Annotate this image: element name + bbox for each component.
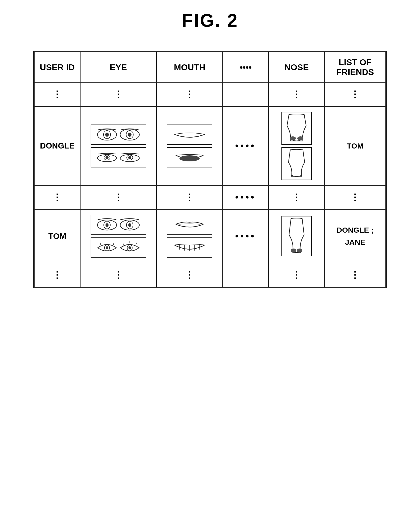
nose-images-dongle bbox=[271, 112, 322, 180]
col-header-friends: LIST OF FRIENDS bbox=[325, 52, 386, 82]
nose-box-tom-1 bbox=[281, 216, 312, 256]
mouth-images-tom bbox=[159, 215, 220, 258]
cell-userid-dots3: ⋮ bbox=[34, 263, 80, 287]
nose-box-1 bbox=[281, 112, 312, 145]
table-row: ⋮ ⋮ ⋮ ⋮ ⋮ bbox=[34, 82, 386, 107]
col-header-dots-mid: •••• bbox=[223, 52, 269, 82]
eye-svg-tom-2 bbox=[93, 239, 144, 256]
mouth-svg-1 bbox=[169, 126, 210, 143]
cell-mouth-dongle bbox=[156, 107, 223, 185]
table-row: TOM bbox=[34, 209, 386, 263]
svg-point-2 bbox=[105, 133, 109, 137]
svg-point-11 bbox=[128, 156, 131, 159]
svg-line-30 bbox=[136, 243, 137, 245]
svg-line-25 bbox=[100, 243, 101, 245]
svg-point-13 bbox=[290, 136, 296, 140]
cell-nose-tom bbox=[269, 209, 325, 263]
cell-mouth-dots1: ⋮ bbox=[156, 82, 223, 107]
mouth-box-tom-1 bbox=[167, 215, 212, 235]
cell-nose-dots3: ⋮ bbox=[269, 263, 325, 287]
eye-svg-1 bbox=[93, 126, 144, 143]
figure-title: FIG. 2 bbox=[182, 10, 238, 31]
cell-friends-tom: DONGLE ;JANE bbox=[325, 209, 386, 263]
eye-box-2 bbox=[91, 147, 146, 167]
svg-point-8 bbox=[106, 156, 109, 159]
col-header-mouth: MOUTH bbox=[156, 52, 223, 82]
table-row: ⋮ ⋮ ⋮ •••• ⋮ ⋮ bbox=[34, 185, 386, 210]
svg-point-12 bbox=[179, 155, 200, 161]
eye-svg-tom-1 bbox=[93, 216, 144, 234]
svg-point-5 bbox=[128, 133, 132, 137]
cell-userid-dongle: DONGLE bbox=[34, 107, 80, 185]
mouth-box-1 bbox=[167, 125, 212, 145]
cell-mid-dongle: •••• bbox=[223, 107, 269, 185]
eye-svg-2 bbox=[93, 149, 144, 166]
mouth-images-dongle bbox=[159, 125, 220, 167]
eye-images-tom bbox=[83, 215, 154, 258]
eye-images-dongle bbox=[83, 125, 154, 167]
eye-box-tom-1 bbox=[91, 215, 146, 235]
cell-mouth-dots2: ⋮ bbox=[156, 185, 223, 210]
cell-friends-dots1: ⋮ bbox=[325, 82, 386, 107]
cell-eye-dots3: ⋮ bbox=[80, 263, 157, 287]
col-header-nose: NOSE bbox=[269, 52, 325, 82]
mouth-svg-2 bbox=[169, 149, 210, 165]
mouth-svg-tom-2 bbox=[169, 239, 210, 256]
cell-userid-dots2: ⋮ bbox=[34, 185, 80, 210]
cell-eye-dots2: ⋮ bbox=[80, 185, 157, 210]
svg-line-27 bbox=[113, 243, 114, 245]
svg-point-24 bbox=[128, 246, 131, 249]
cell-mouth-dots3: ⋮ bbox=[156, 263, 223, 287]
svg-point-22 bbox=[106, 246, 108, 249]
mouth-svg-tom-1 bbox=[169, 217, 210, 233]
svg-line-28 bbox=[123, 243, 123, 245]
cell-friends-dots2: ⋮ bbox=[325, 185, 386, 210]
svg-point-20 bbox=[128, 223, 131, 227]
nose-images-tom bbox=[271, 216, 322, 256]
nose-box-2 bbox=[281, 147, 312, 180]
cell-userid-tom: TOM bbox=[34, 209, 80, 263]
cell-friends-dots3: ⋮ bbox=[325, 263, 386, 287]
mouth-box-2 bbox=[167, 147, 212, 167]
svg-point-17 bbox=[106, 223, 109, 227]
nose-svg-2 bbox=[284, 149, 309, 179]
table-row: ⋮ ⋮ ⋮ ⋮ ⋮ bbox=[34, 263, 386, 287]
cell-friends-dongle: TOM bbox=[325, 107, 386, 185]
cell-nose-dots2: ⋮ bbox=[269, 185, 325, 210]
data-table: USER ID EYE MOUTH •••• NOSE LIST OF FRIE… bbox=[33, 51, 387, 288]
cell-mid-dots3 bbox=[223, 263, 269, 287]
cell-eye-dots1: ⋮ bbox=[80, 82, 157, 107]
cell-nose-dots1: ⋮ bbox=[269, 82, 325, 107]
cell-mouth-tom bbox=[156, 209, 223, 263]
cell-eye-tom bbox=[80, 209, 157, 263]
nose-svg-1 bbox=[284, 113, 309, 143]
col-header-eye: EYE bbox=[80, 52, 157, 82]
svg-point-36 bbox=[291, 249, 296, 253]
table-row: DONGLE bbox=[34, 107, 386, 185]
cell-mid-tom: •••• bbox=[223, 209, 269, 263]
cell-mid-dots1 bbox=[223, 82, 269, 107]
svg-point-37 bbox=[297, 249, 302, 253]
cell-userid-dots1: ⋮ bbox=[34, 82, 80, 107]
cell-mid-dots2: •••• bbox=[223, 185, 269, 210]
nose-svg-tom-1 bbox=[284, 217, 309, 255]
cell-nose-dongle bbox=[269, 107, 325, 185]
col-header-userid: USER ID bbox=[34, 52, 80, 82]
mouth-box-tom-2 bbox=[167, 237, 212, 258]
eye-box-1 bbox=[91, 125, 146, 145]
cell-eye-dongle bbox=[80, 107, 157, 185]
eye-box-tom-2 bbox=[91, 237, 146, 258]
svg-point-14 bbox=[297, 136, 303, 140]
